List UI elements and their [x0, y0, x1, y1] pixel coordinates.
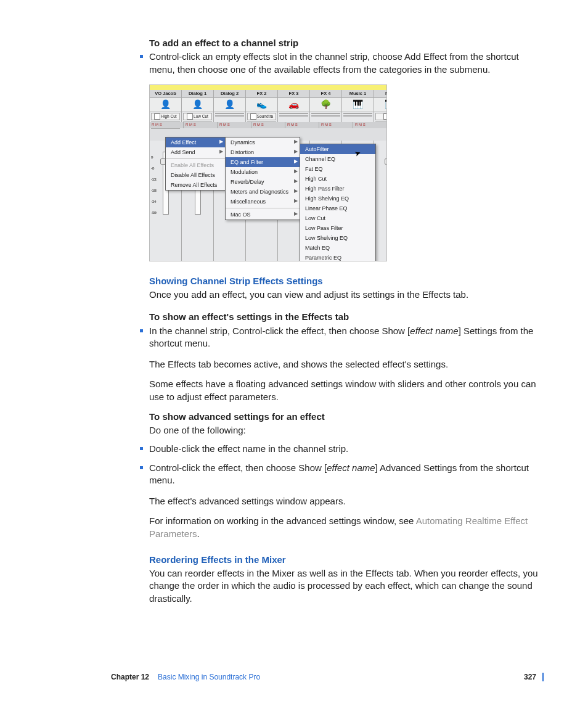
- para-more-info: For information on working in the advanc…: [149, 515, 544, 540]
- effect-slot[interactable]: [343, 113, 372, 114]
- menu-item[interactable]: Low Shelving EQ: [300, 233, 375, 243]
- menu-item[interactable]: Miscellaneous▶: [226, 197, 300, 207]
- channel-icon: 🎹: [342, 98, 374, 112]
- channel-name: Mus: [374, 90, 387, 98]
- menu-item[interactable]: Match EQ: [300, 243, 375, 253]
- screenshot-mixer: VO Jacob👤High CutCompresDialog 1👤Low Cut…: [149, 84, 387, 261]
- bullet-doubleclick: Double-click the effect name in the chan…: [149, 443, 544, 455]
- menu-item[interactable]: Add Send▶: [166, 147, 225, 157]
- heading-add-effect: To add an effect to a channel strip: [149, 37, 544, 49]
- meter-readout: R M S: [319, 122, 353, 128]
- channel-name: FX 3: [278, 90, 309, 98]
- channel-icon: 🎹: [374, 98, 387, 112]
- menu-item[interactable]: Distortion▶: [226, 147, 300, 157]
- menu-item[interactable]: Channel EQ: [300, 154, 375, 164]
- chevron-right-icon: ▶: [294, 158, 298, 165]
- para-floating-window: Some effects have a floating advanced se…: [149, 378, 544, 403]
- menu-item[interactable]: Mac OS▶: [226, 210, 300, 220]
- heading-reorder: Reordering Effects in the Mixer: [149, 554, 544, 566]
- menu-item[interactable]: Modulation▶: [226, 167, 300, 177]
- menu-item[interactable]: High Cut: [300, 174, 375, 184]
- channel-name: Music 1: [342, 90, 374, 98]
- chevron-right-icon: ▶: [294, 168, 298, 175]
- context-menu-categories[interactable]: Dynamics▶Distortion▶EQ and Filter▶Modula…: [225, 137, 300, 220]
- menu-item[interactable]: High Pass Filter: [300, 184, 375, 194]
- menu-item: Enable All Effects: [166, 160, 225, 170]
- channel-name: Dialog 2: [214, 90, 245, 98]
- meter-readout: R M S: [150, 122, 184, 128]
- channel-icon: 👤: [150, 98, 181, 112]
- menu-item[interactable]: Disable All Effects: [166, 170, 225, 180]
- channel-strip[interactable]: Dialog 1👤Low Cut: [182, 90, 214, 127]
- menu-item[interactable]: Reverb/Delay▶: [226, 177, 300, 187]
- chevron-right-icon: ▶: [294, 139, 298, 146]
- meter-readout: R M S: [285, 122, 319, 128]
- effect-slot[interactable]: [343, 115, 372, 117]
- chevron-right-icon: ▶: [294, 188, 298, 195]
- channel-strip[interactable]: FX 2👟Soundtra: [246, 90, 278, 127]
- menu-item[interactable]: Dynamics▶: [226, 138, 300, 147]
- meter-readout: R M S: [184, 122, 218, 128]
- effect-slot[interactable]: [311, 115, 340, 117]
- menu-item[interactable]: Low Cut: [300, 213, 375, 223]
- chevron-right-icon: ▶: [219, 139, 223, 146]
- effect-slot[interactable]: [215, 113, 244, 114]
- menu-item[interactable]: High Shelving EQ: [300, 194, 375, 203]
- menu-item[interactable]: AutoFilter: [300, 144, 375, 154]
- context-menu-main[interactable]: Add Effect▶Add Send▶Enable All EffectsDi…: [165, 137, 226, 191]
- bullet-show-settings: In the channel strip, Control-click the …: [149, 325, 544, 350]
- channel-strip[interactable]: FX 3🚗: [278, 90, 310, 127]
- channel-strip[interactable]: VO Jacob👤High CutCompres: [150, 90, 182, 127]
- menu-item[interactable]: Fat EQ: [300, 164, 375, 174]
- effect-slot[interactable]: High Cut: [151, 113, 180, 120]
- effect-slot[interactable]: Mu: [375, 113, 387, 120]
- meter-readout: R M S: [218, 122, 251, 128]
- para-do-one: Do one of the following:: [149, 424, 544, 437]
- bullet-add-effect: Control-click an empty effects slot in t…: [149, 51, 544, 76]
- menu-item[interactable]: Parametric EQ: [300, 253, 375, 261]
- channel-icon: 🌳: [310, 98, 341, 112]
- effect-slot[interactable]: Soundtra: [247, 113, 276, 120]
- channel-strip[interactable]: Music 1🎹: [342, 90, 374, 127]
- effect-slot[interactable]: [279, 113, 308, 114]
- subhead-advanced: To show advanced settings for an effect: [149, 411, 544, 423]
- channel-icon: 👟: [246, 98, 277, 112]
- channel-strip[interactable]: Dialog 2👤: [214, 90, 246, 127]
- para-reorder: You can reorder effects in the Mixer as …: [149, 567, 544, 605]
- effect-slot[interactable]: [279, 115, 308, 117]
- effect-slot[interactable]: Low Cut: [183, 113, 212, 120]
- channel-strip[interactable]: Mus🎹Mu: [374, 90, 387, 127]
- effect-slot[interactable]: [215, 115, 244, 117]
- chevron-right-icon: ▶: [294, 198, 298, 205]
- footer-chapter: Chapter 12: [111, 673, 149, 681]
- channel-strip[interactable]: FX 4🌳: [310, 90, 342, 127]
- menu-item[interactable]: Linear Phase EQ: [300, 203, 375, 213]
- chevron-right-icon: ▶: [219, 149, 223, 155]
- menu-item[interactable]: Add Effect▶: [166, 138, 225, 147]
- fader-handle[interactable]: [385, 158, 388, 165]
- para-appears: The effect's advanced settings window ap…: [149, 495, 544, 507]
- channel-icon: 👤: [182, 98, 213, 112]
- menu-item[interactable]: Remove All Effects: [166, 180, 225, 190]
- context-menu-eq-filter[interactable]: AutoFilterChannel EQFat EQHigh CutHigh P…: [300, 144, 376, 261]
- channel-name: VO Jacob: [150, 90, 181, 98]
- channel-icon: 👤: [214, 98, 245, 112]
- subhead-show-settings: To show an effect's settings in the Effe…: [149, 311, 544, 323]
- chevron-right-icon: ▶: [294, 211, 298, 218]
- chevron-right-icon: ▶: [294, 149, 298, 155]
- menu-item[interactable]: Meters and Diagnostics▶: [226, 187, 300, 197]
- footer-title: Basic Mixing in Soundtrack Pro: [158, 673, 260, 681]
- menu-item[interactable]: EQ and Filter▶: [226, 157, 300, 167]
- channel-name: FX 4: [310, 90, 341, 98]
- meter-readout: R M S: [353, 122, 387, 128]
- channel-name: Dialog 1: [182, 90, 213, 98]
- fader-strip: 0-6-12-18-24-30: [374, 141, 387, 261]
- para-showing-1: Once you add an effect, you can view and…: [149, 289, 544, 301]
- menu-item[interactable]: Low Pass Filter: [300, 223, 375, 233]
- volume-fader[interactable]: [387, 152, 388, 215]
- heading-showing-settings: Showing Channel Strip Effects Settings: [149, 275, 544, 287]
- effect-slot[interactable]: [311, 113, 340, 114]
- channel-name: FX 2: [246, 90, 277, 98]
- footer-bar: [542, 673, 544, 681]
- meter-readout: R M S: [251, 122, 285, 128]
